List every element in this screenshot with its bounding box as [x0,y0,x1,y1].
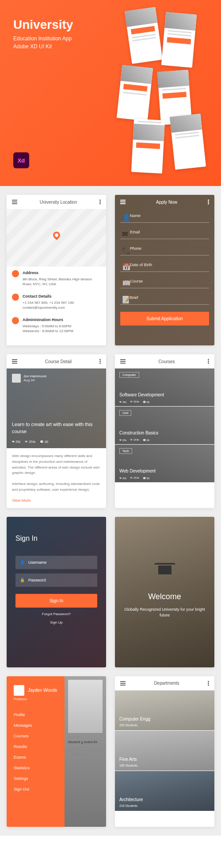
course-description-2: Interface design; authoring, including s… [7,481,106,498]
author-avatar [12,374,21,383]
nav-drawer: Jayden Woods Professor Profile Messages … [7,676,65,827]
map-view[interactable] [7,209,106,267]
department-item[interactable]: Fine Arts 185 Students [115,731,214,771]
calendar-icon: 📅 [122,263,126,267]
submit-button[interactable]: Submit Application [120,312,209,326]
author-row[interactable]: Jon HammondAug 04 [12,374,101,383]
course-item[interactable]: Civil Construction Basics ❤ 25k👁 254k💬 8… [115,407,214,444]
apply-screen: Apply Now 👤Name ✉Email 📞Phone 📅Date of B… [115,195,214,345]
signup-link[interactable]: Sign Up [15,620,97,624]
screen-title: Courses [158,359,175,364]
lock-icon: 🔒 [20,578,25,582]
more-icon[interactable] [99,199,101,205]
course-field[interactable]: 📖Course [120,275,209,288]
screen-title: University Location [40,200,77,205]
screens-grid: University Location Address8th Block, Ri… [0,186,221,836]
screen-title: Apply Now [156,200,177,205]
menu-icon[interactable] [120,200,126,204]
drawer-screen: Jayden Woods Professor Profile Messages … [7,676,106,827]
username-input[interactable]: 👤Username [15,556,97,569]
course-detail-screen: Course Detail Jon HammondAug 04 Learn to… [7,354,106,508]
menu-exams[interactable]: Exams [14,752,57,763]
course-heading: Learn to create art with ease with this … [12,421,101,435]
screen-title: Course Detail [45,359,72,364]
course-item[interactable]: Computer Software Development ❤ 25k👁 254… [115,368,214,406]
xd-icon: Xd [13,152,29,168]
drawer-background: Dec 11, 2018 Student g event thi An impo… [65,676,107,827]
clock-icon [12,317,19,324]
more-icon[interactable] [208,359,209,364]
phone-icon: 📞 [122,246,126,251]
brief-field[interactable]: 📝Brief [120,291,209,305]
user-icon: 👤 [122,213,126,218]
watermark: gfxtra.com [189,820,210,825]
address-row: Address8th Block, Ring Street, Besides H… [7,267,106,290]
welcome-screen: Welcome Globally Recognized University f… [115,517,214,667]
dob-field[interactable]: 📅Date of Birth [120,258,209,272]
courses-screen: Courses Computer Software Development ❤ … [115,354,214,508]
menu-icon[interactable] [120,359,126,364]
more-icon[interactable] [208,199,209,205]
menu-signout[interactable]: Sign Out [14,784,57,794]
location-screen: University Location Address8th Block, Ri… [7,195,106,345]
graduation-cap-icon [158,566,171,574]
view-more-link[interactable]: View More [7,498,106,508]
department-item[interactable]: Computer Engg 265 Students [115,690,214,730]
menu-icon[interactable] [12,200,17,204]
more-icon[interactable] [99,359,101,364]
user-profile[interactable]: Jayden Woods [14,685,57,696]
menu-results[interactable]: Results [14,741,57,752]
course-description-1: Web design encompasses many different sk… [7,448,106,481]
departments-screen: Departments Computer Engg 265 Students F… [115,676,214,827]
signin-screen: Sign In 👤Username 🔒Password Sign In Forg… [7,517,106,667]
location-icon [12,270,19,277]
user-avatar [14,685,24,696]
signin-button[interactable]: Sign In [15,594,97,608]
email-field[interactable]: ✉Email [120,225,209,239]
welcome-text: Globally Recognized University for your … [124,607,206,619]
more-icon[interactable] [208,681,209,686]
contact-row: Contact Details+1 234 567 890, +1 234 56… [7,290,106,314]
hero-banner: University Education Institution App Ado… [0,0,221,186]
menu-icon[interactable] [12,359,17,364]
mail-icon: ✉ [122,230,126,234]
hours-row: Administration HoursWeekdays : 9:00AM to… [7,314,106,337]
menu-courses[interactable]: Courses [14,731,57,741]
phone-icon [12,294,19,301]
menu-icon[interactable] [120,681,126,686]
welcome-title: Welcome [148,592,181,601]
password-input[interactable]: 🔒Password [15,574,97,587]
forgot-password-link[interactable]: Forgot Password? [15,612,97,616]
menu-messages[interactable]: Messages [14,720,57,731]
map-pin-icon [51,230,61,240]
course-stats: ❤ 25k👁 254k💬 86 [12,440,48,444]
user-icon: 👤 [20,560,25,565]
signin-title: Sign In [15,535,97,542]
note-icon: 📝 [122,295,126,300]
book-icon: 📖 [122,279,126,283]
menu-settings[interactable]: Settings [14,773,57,784]
phone-field[interactable]: 📞Phone [120,242,209,256]
course-item[interactable]: Tech Web Development ❤ 25k👁 254k💬 86 [115,445,214,482]
detail-hero: Jon HammondAug 04 Learn to create art wi… [7,368,106,448]
menu-statistics[interactable]: Statistics [14,763,57,773]
screen-title: Departments [154,681,179,686]
menu-profile[interactable]: Profile [14,709,57,720]
department-item[interactable]: Architecture 210 Students [115,771,214,811]
preview-mockups [93,4,217,173]
name-field[interactable]: 👤Name [120,209,209,223]
